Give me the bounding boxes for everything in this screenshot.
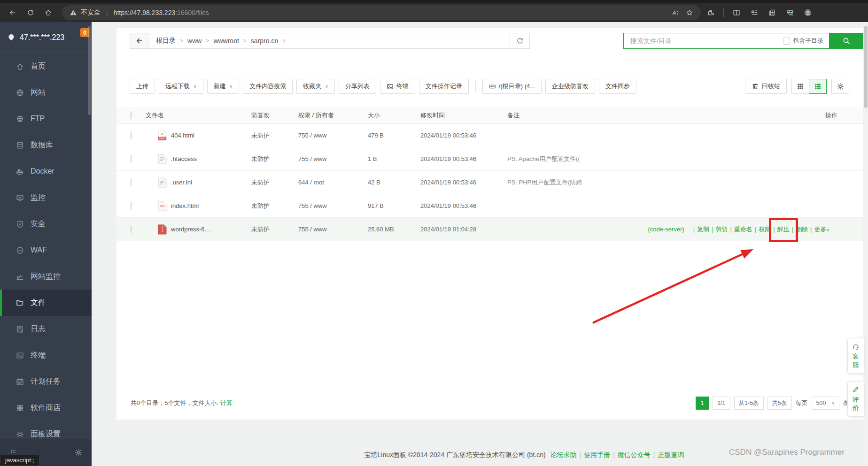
footer-link-1[interactable]: 使用手册 xyxy=(584,451,610,458)
toolbar-button-4[interactable]: /(根目录) (4... xyxy=(482,79,542,94)
toolbar-button-[interactable]: 企业级防篡改 xyxy=(545,79,595,94)
search-input[interactable] xyxy=(629,37,779,45)
row-checkbox[interactable] xyxy=(131,202,132,210)
toolbar-button-[interactable]: 新建∨ xyxy=(207,79,240,94)
breadcrumb-part[interactable]: wwwroot xyxy=(213,37,239,45)
action-link-permission[interactable]: 权限 xyxy=(759,226,771,233)
toolbar-button-[interactable]: 远程下载∨ xyxy=(159,79,203,94)
sidebar-item-monitor[interactable]: 监控 xyxy=(0,184,92,211)
page-scrollbar[interactable] xyxy=(864,22,868,466)
sidebar-item-security[interactable]: 安全 xyxy=(0,211,92,237)
breadcrumb-part[interactable]: 根目录 xyxy=(156,37,176,45)
sidebar-item-site-monitor[interactable]: 网站监控 xyxy=(0,263,92,290)
sidebar-item-appstore[interactable]: 软件商店 xyxy=(0,395,92,421)
calc-size-link[interactable]: 计算 xyxy=(220,399,232,406)
action-link-cut[interactable]: 剪切 xyxy=(715,226,728,233)
toolbar-button-[interactable]: 文件操作记录 xyxy=(419,79,469,94)
read-aloud-icon[interactable]: A xyxy=(672,9,679,16)
row-checkbox[interactable] xyxy=(131,225,132,233)
footer-link-3[interactable]: 正版查询 xyxy=(658,451,684,458)
per-page-select[interactable]: 500∨ xyxy=(812,397,839,410)
action-link-unzip[interactable]: 解压 xyxy=(777,226,790,233)
sidebar-item-docker[interactable]: Docker xyxy=(0,158,92,184)
browser-home-button[interactable] xyxy=(40,5,56,20)
file-name[interactable]: .htaccess xyxy=(171,155,197,162)
file-name[interactable]: wordpress-6.... xyxy=(171,226,211,233)
back-directory-button[interactable] xyxy=(130,33,149,49)
collections-button[interactable] xyxy=(764,5,780,20)
include-subdir-checkbox[interactable] xyxy=(783,38,790,45)
refresh-icon xyxy=(27,9,34,16)
search-button[interactable] xyxy=(829,33,863,49)
sidebar-item-logs[interactable]: 日志 xyxy=(0,316,92,342)
sidebar-item-settings[interactable]: 面板设置 xyxy=(0,421,92,439)
toolbar-button-[interactable]: 文件同步 xyxy=(599,79,636,94)
action-link-more[interactable]: 更多 xyxy=(814,226,826,233)
page-number-button[interactable]: 1 xyxy=(696,397,709,410)
breadcrumb-part[interactable]: sarpro.cn xyxy=(251,37,278,45)
breadcrumb-part[interactable]: www xyxy=(187,37,202,45)
file-name-cell[interactable]: .htaccess xyxy=(146,154,251,164)
customer-service-widget[interactable]: 客服 xyxy=(847,338,864,374)
scrollbar-thumb[interactable] xyxy=(864,26,868,108)
toolbar-button-[interactable]: 分享列表 xyxy=(339,79,376,94)
browser-tabstrip xyxy=(0,0,868,3)
sidebar-item-ftp[interactable]: FTP xyxy=(0,106,92,132)
file-name-cell[interactable]: wordpress-6.... xyxy=(146,224,251,235)
row-checkbox[interactable] xyxy=(131,131,132,139)
sidebar-item-database[interactable]: 数据库 xyxy=(0,132,92,158)
action-link-delete[interactable]: 删除 xyxy=(796,226,808,233)
footer-link-2[interactable]: 微信公众号 xyxy=(618,451,651,458)
browser-refresh-button[interactable] xyxy=(23,5,39,20)
grid-view-button[interactable] xyxy=(791,79,809,94)
toolbar-button-[interactable]: 文件内容搜索 xyxy=(243,79,293,94)
browser-essentials-button[interactable] xyxy=(782,5,798,20)
action-link-rename[interactable]: 重命名 xyxy=(734,226,752,233)
sidebar-item-website[interactable]: 网站 xyxy=(0,79,92,106)
include-subdir-option[interactable]: 包含子目录 xyxy=(783,37,823,45)
file-name[interactable]: .user.ini xyxy=(171,179,192,186)
file-name-cell[interactable]: <>HTML404.html xyxy=(146,130,251,141)
recycle-bin-button[interactable]: 回收站 xyxy=(745,79,787,94)
page-info-box: 1/1 xyxy=(713,397,730,410)
remark-code-server: (code-server) xyxy=(648,226,684,233)
favorite-star-icon[interactable] xyxy=(686,9,693,16)
search-input-box: 包含子目录 xyxy=(623,33,829,49)
home-icon xyxy=(16,62,24,70)
sidebar-item-files[interactable]: 文件 xyxy=(0,290,92,316)
favorites-button[interactable] xyxy=(746,5,762,20)
file-name-cell[interactable]: <>index.html xyxy=(146,201,251,211)
refresh-directory-button[interactable] xyxy=(510,33,530,49)
select-all-checkbox[interactable] xyxy=(131,111,132,119)
file-name[interactable]: index.html xyxy=(171,202,199,209)
toolbar-button-[interactable]: 终端 xyxy=(380,79,415,94)
toolbar-button-[interactable]: 收藏夹∨ xyxy=(296,79,335,94)
breadcrumb[interactable]: 根目录>www>wwwroot>sarpro.cn> xyxy=(149,33,510,49)
row-checkbox[interactable] xyxy=(131,178,132,186)
sidebar-item-label: 数据库 xyxy=(31,140,53,150)
table-settings-button[interactable] xyxy=(831,79,849,94)
footer-link-0[interactable]: 论坛求助 xyxy=(550,451,577,458)
address-bar[interactable]: 不安全 | https://47.98.233.223:16600/files … xyxy=(62,5,701,20)
sidebar-header[interactable]: 47.***.***.223 0 xyxy=(0,22,92,53)
sidebar-item-terminal[interactable]: 终端 xyxy=(0,342,92,368)
sidebar-settings-icon[interactable] xyxy=(75,449,82,456)
html-file-icon: <> xyxy=(158,201,167,211)
split-screen-button[interactable] xyxy=(728,5,744,20)
list-view-button[interactable] xyxy=(809,79,827,94)
file-name[interactable]: 404.html xyxy=(171,132,194,139)
sidebar-item-cron[interactable]: 计划任务 xyxy=(0,368,92,395)
sidebar-item-waf[interactable]: WAFWAF xyxy=(0,237,92,263)
browser-back-button[interactable] xyxy=(5,5,21,20)
extensions-button[interactable] xyxy=(703,5,719,20)
row-checkbox[interactable] xyxy=(131,155,132,163)
sidebar-item-home[interactable]: 首页 xyxy=(0,53,92,79)
sidebar-scrollbar[interactable] xyxy=(88,26,91,115)
rate-widget[interactable]: 评价 xyxy=(847,381,864,417)
profile-button[interactable] xyxy=(800,5,816,20)
action-link-copy[interactable]: 复制 xyxy=(697,226,709,233)
file-name-cell[interactable]: .user.ini xyxy=(146,177,251,188)
action-separator: | xyxy=(773,226,775,233)
toolbar-button-[interactable]: 上传 xyxy=(130,79,155,94)
security-label[interactable]: 不安全 xyxy=(81,8,101,17)
